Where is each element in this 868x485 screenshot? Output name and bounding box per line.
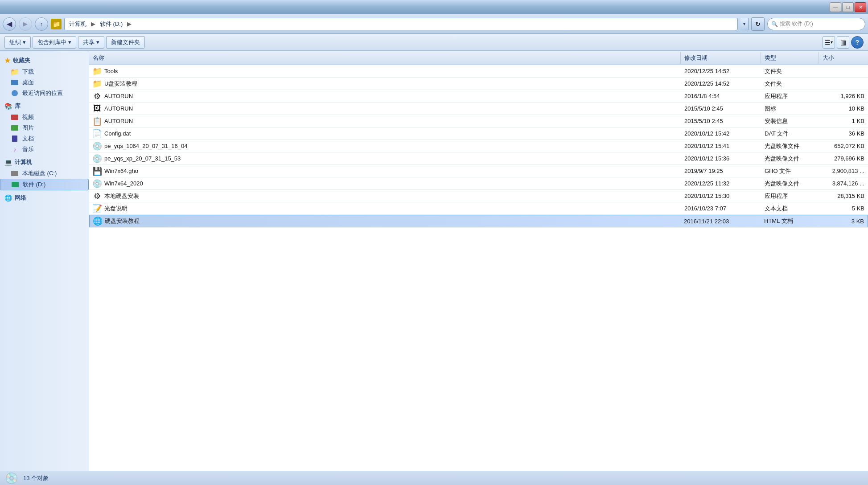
table-row[interactable]: ⚙ 本地硬盘安装 2020/10/12 15:30 应用程序 28,315 KB xyxy=(89,190,868,202)
file-type: 光盘映像文件 xyxy=(765,155,799,163)
file-name: AUTORUN xyxy=(104,118,133,124)
file-modified: 2019/9/7 19:25 xyxy=(684,168,723,174)
file-size-cell: 28,315 KB xyxy=(819,191,868,201)
col-modified[interactable]: 修改日期 xyxy=(681,52,761,64)
close-button[interactable]: ✕ xyxy=(855,2,866,12)
table-row[interactable]: 📁 Tools 2020/12/25 14:52 文件夹 xyxy=(89,65,868,78)
sidebar-item-video[interactable]: 视频 xyxy=(0,112,89,123)
file-modified-cell: 2019/9/7 19:25 xyxy=(681,166,761,176)
maximize-button[interactable]: □ xyxy=(842,2,854,12)
sidebar-item-doc[interactable]: 文档 xyxy=(0,133,89,144)
downloads-icon: 📁 xyxy=(11,68,19,76)
file-name: Tools xyxy=(104,68,118,74)
file-modified-cell: 2015/5/10 2:45 xyxy=(681,104,761,113)
path-drive-d[interactable]: 软件 (D:) xyxy=(98,20,124,29)
file-size-cell: 3,874,126 ... xyxy=(819,179,868,188)
table-row[interactable]: 📋 AUTORUN 2015/5/10 2:45 安装信息 1 KB xyxy=(89,115,868,127)
table-row[interactable]: 📄 Config.dat 2020/10/12 15:42 DAT 文件 36 … xyxy=(89,127,868,140)
col-size[interactable]: 大小 xyxy=(819,52,868,64)
sidebar-favorites-label: 收藏夹 xyxy=(13,57,30,65)
new-folder-button[interactable]: 新建文件夹 xyxy=(106,36,145,49)
sidebar-section-favorites: ★ 收藏夹 📁 下载 桌面 最近访问的位置 xyxy=(0,55,89,99)
file-modified-cell: 2020/12/25 14:52 xyxy=(681,79,761,88)
forward-button[interactable]: ▶ xyxy=(19,17,32,31)
table-row[interactable]: 💾 Win7x64.gho 2019/9/7 19:25 GHO 文件 2,90… xyxy=(89,165,868,177)
file-size: 3 KB xyxy=(852,218,864,225)
drive-d-icon xyxy=(11,181,19,189)
file-name-cell: ⚙ AUTORUN xyxy=(89,90,681,102)
file-modified: 2020/10/12 15:42 xyxy=(684,130,729,137)
file-modified: 2020/10/12 15:36 xyxy=(684,155,729,162)
col-name[interactable]: 名称 xyxy=(89,52,681,64)
address-dropdown[interactable]: ▾ xyxy=(740,18,749,30)
table-row[interactable]: 💿 Win7x64_2020 2020/12/25 11:32 光盘映像文件 3… xyxy=(89,177,868,190)
file-size-cell: 10 KB xyxy=(819,104,868,113)
sidebar-section-library: 📚 库 视频 图片 文档 xyxy=(0,100,89,155)
sidebar-item-drive-c[interactable]: 本地磁盘 (C:) xyxy=(0,168,89,179)
file-type-cell: HTML 文档 xyxy=(761,216,819,226)
table-row[interactable]: 💿 pe_yqs_xp_20_07_31_15_53 2020/10/12 15… xyxy=(89,152,868,165)
sidebar-item-recent[interactable]: 最近访问的位置 xyxy=(0,88,89,99)
sidebar-item-image[interactable]: 图片 xyxy=(0,123,89,133)
file-type: 光盘映像文件 xyxy=(765,180,799,188)
file-type-cell: 应用程序 xyxy=(761,91,819,102)
desktop-icon xyxy=(11,78,19,86)
sidebar-item-music[interactable]: ♪ 音乐 xyxy=(0,144,89,155)
file-type: 应用程序 xyxy=(765,92,788,100)
organize-button[interactable]: 组织 ▾ xyxy=(4,36,31,49)
sidebar-network-label: 网络 xyxy=(15,194,26,202)
share-button[interactable]: 共享 ▾ xyxy=(78,36,104,49)
status-icon: 💿 xyxy=(4,472,19,485)
table-row[interactable]: 💿 pe_yqs_1064_20_07_31_16_04 2020/10/12 … xyxy=(89,140,868,152)
view-options-button[interactable]: ☰ ▾ xyxy=(823,36,835,49)
sidebar-header-computer[interactable]: 💻 计算机 xyxy=(0,156,89,168)
file-name-cell: 📋 AUTORUN xyxy=(89,115,681,127)
sidebar-header-favorites[interactable]: ★ 收藏夹 xyxy=(0,55,89,66)
file-size-cell: 5 KB xyxy=(819,204,868,213)
file-name-cell: 💿 pe_yqs_xp_20_07_31_15_53 xyxy=(89,153,681,164)
address-path[interactable]: 计算机 ▶ 软件 (D:) ▶ xyxy=(64,18,738,30)
search-box[interactable]: 🔍 搜索 软件 (D:) xyxy=(767,18,865,30)
table-row[interactable]: 📁 U盘安装教程 2020/12/25 14:52 文件夹 xyxy=(89,78,868,90)
file-type: GHO 文件 xyxy=(765,167,791,175)
library-icon: 📚 xyxy=(4,103,12,110)
view-icon: ☰ xyxy=(825,39,831,46)
file-type-cell: 文件夹 xyxy=(761,66,819,77)
sidebar-header-network[interactable]: 🌐 网络 xyxy=(0,192,89,204)
path-computer[interactable]: 计算机 xyxy=(67,20,88,29)
sidebar-header-library[interactable]: 📚 库 xyxy=(0,100,89,112)
sidebar-item-drive-d[interactable]: 软件 (D:) xyxy=(0,179,89,190)
doc-label: 文档 xyxy=(22,135,34,143)
refresh-button[interactable]: ↻ xyxy=(751,17,765,31)
file-size: 2,900,813 ... xyxy=(832,168,864,174)
col-type[interactable]: 类型 xyxy=(761,52,819,64)
table-row[interactable]: 🖼 AUTORUN 2015/5/10 2:45 图标 10 KB xyxy=(89,103,868,115)
recent-icon xyxy=(11,89,19,97)
sidebar-item-downloads[interactable]: 📁 下载 xyxy=(0,66,89,77)
address-bar: ◀ ▶ ↑ 📁 计算机 ▶ 软件 (D:) ▶ ▾ ↻ 🔍 搜索 软件 (D:) xyxy=(0,14,868,34)
doc-icon xyxy=(11,135,19,143)
file-type-cell: 文件夹 xyxy=(761,78,819,89)
table-row[interactable]: ⚙ AUTORUN 2016/1/8 4:54 应用程序 1,926 KB xyxy=(89,90,868,103)
file-modified-cell: 2016/1/8 4:54 xyxy=(681,91,761,101)
file-size-cell: 1,926 KB xyxy=(819,91,868,101)
sidebar-library-label: 库 xyxy=(15,102,21,110)
file-icon: 📁 xyxy=(93,67,102,76)
file-type-cell: 图标 xyxy=(761,103,819,114)
table-row[interactable]: 🌐 硬盘安装教程 2016/11/21 22:03 HTML 文档 3 KB xyxy=(89,215,868,227)
table-row[interactable]: 📝 光盘说明 2016/10/23 7:07 文本文档 5 KB xyxy=(89,202,868,215)
file-modified-cell: 2020/10/12 15:42 xyxy=(681,129,761,138)
file-name: U盘安装教程 xyxy=(104,80,137,88)
back-button[interactable]: ◀ xyxy=(3,17,16,31)
help-button[interactable]: ? xyxy=(851,36,864,49)
include-button[interactable]: 包含到库中 ▾ xyxy=(33,36,76,49)
file-type: DAT 文件 xyxy=(765,130,789,138)
preview-button[interactable]: ▥ xyxy=(837,36,849,49)
sidebar-item-desktop[interactable]: 桌面 xyxy=(0,77,89,88)
file-size-cell: 36 KB xyxy=(819,129,868,138)
up-button[interactable]: ↑ xyxy=(35,17,48,31)
file-modified: 2020/12/25 14:52 xyxy=(684,80,729,87)
file-size: 5 KB xyxy=(852,205,864,212)
file-type: 文本文档 xyxy=(765,205,788,213)
minimize-button[interactable]: — xyxy=(830,2,841,12)
